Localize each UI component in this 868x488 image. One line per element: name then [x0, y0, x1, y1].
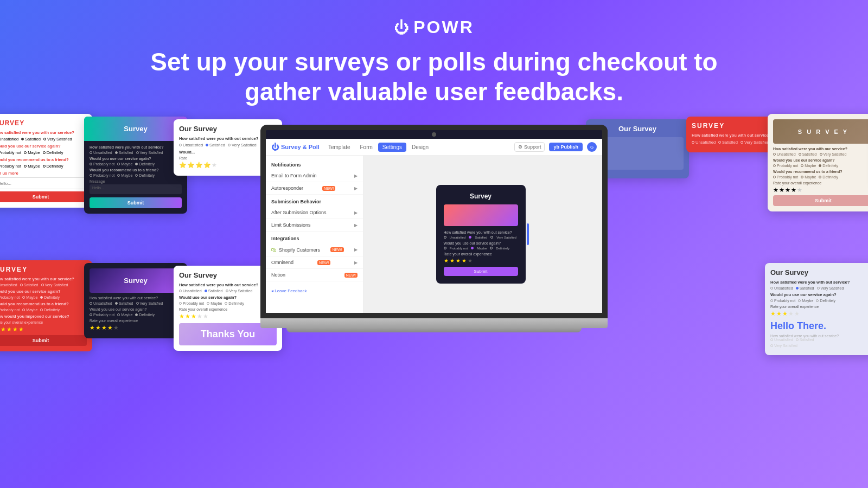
email-admin-arrow: ▶ — [354, 174, 358, 178]
br-rate: Rate your overall experience — [770, 305, 868, 309]
omnisend-badge: NEW! — [317, 260, 330, 265]
dark-q1: How satisfied were you with out service? — [90, 145, 182, 149]
beige-opts1: Unsatisfied Satisfied Very Satisfied — [773, 152, 868, 156]
thanks-text: Thanks You — [201, 329, 255, 339]
preview-q2: Would you use our service again? — [444, 241, 518, 245]
bottom-left-red-card: SURVEY How satisfied were you with our s… — [0, 260, 92, 351]
dark2-stars: ★ ★ ★ ★ ★ — [90, 324, 182, 331]
tab-template[interactable]: Template — [324, 143, 355, 152]
beige-opts3: Probably not Maybe Definitely — [773, 175, 868, 179]
preview-title: Survey — [444, 192, 518, 200]
dark2-header: Survey — [90, 268, 182, 293]
laptop-foot — [286, 328, 582, 332]
beige-q1: How satisfied were you with our service? — [773, 147, 868, 151]
tell-us-more-input[interactable] — [0, 177, 87, 189]
dark2-q2: Would you use our service again? — [90, 307, 182, 311]
preview-stars: ★ ★ ★ ★ ★ — [444, 258, 518, 264]
dark-q1-opts: Unsatisfied Satisfied Very Satisfied — [90, 151, 182, 155]
headline: Set up your surveys or polls during chec… — [136, 47, 732, 107]
dark2-opts2: Probably not Maybe Definitely — [90, 313, 182, 317]
star2: ⭐ — [187, 162, 195, 169]
star5: ★ — [212, 162, 217, 169]
submit-button[interactable]: Submit — [0, 191, 87, 202]
r3 — [490, 236, 493, 239]
avatar: G — [587, 142, 597, 152]
brand-icon: ⏻ — [394, 18, 409, 36]
bl-q1: How satisfied were you with our service? — [0, 277, 87, 281]
radio-definitely — [43, 151, 46, 154]
preview-q2-opts: Probably not Maybe Definitely — [444, 247, 518, 250]
dark-q3: Would you recommend us to a friend? — [90, 168, 182, 172]
bl-submit[interactable]: Submit — [0, 335, 87, 346]
q3-options: Probably not Maybe Definitely — [0, 164, 87, 169]
limit-submissions-arrow: ▶ — [354, 223, 358, 228]
dark-q2-opts: Probably not Maybe Definitely — [90, 162, 182, 166]
app-sidebar: Notifications Email to Form Admin ▶ Auto… — [266, 156, 363, 313]
bl-q4: How would you improved our service? — [0, 314, 87, 319]
radio-very-satisfied — [43, 138, 46, 140]
q3: Would you recommend us to a friend? — [0, 157, 87, 162]
bottom-right-lavender-card: Our Survey How satisfied were you with o… — [765, 263, 868, 355]
email-admin-label: Email to Form Admin — [271, 173, 317, 178]
r1 — [444, 236, 446, 239]
br-faded-opts2: Very Satisfied — [770, 344, 868, 348]
tab-settings[interactable]: Settings — [378, 143, 406, 152]
beige-survey-label: S U R V E Y — [798, 129, 848, 135]
bl-rate: Rate your overall experience — [0, 320, 87, 324]
bl-q2: Would you use our service again? — [0, 289, 87, 294]
ps4: ★ — [462, 258, 467, 264]
leave-feedback[interactable]: ◂ Leave Feedback — [266, 284, 363, 298]
support-button[interactable]: ⚙ Support — [514, 142, 545, 152]
shopify-icon: 🛍 — [271, 247, 277, 253]
beige-q2: Would you use our service again? — [773, 158, 868, 162]
notion-item[interactable]: Notion NEW! — [266, 269, 363, 281]
br-q1: How satisfied were you with out service? — [770, 280, 868, 285]
submission-header: Submission Behavior — [266, 197, 363, 207]
header: ⏻ POWR Set up your surveys or polls duri… — [0, 0, 868, 107]
beige-submit[interactable]: Submit — [773, 195, 868, 206]
beige-header: S U R V E Y — [773, 119, 868, 144]
q1: How satisfied were you with our service? — [0, 130, 87, 135]
dark-submit-button[interactable]: Submit — [90, 197, 182, 208]
preview-q1-opts: Unsatisfied Satisfied Very Satisfied — [444, 236, 518, 239]
autoresponder-label: Autoresponder — [271, 185, 303, 191]
br-opts1: Unsatisfied Satisfied Very Satisfied — [770, 286, 868, 290]
br-title: Our Survey — [770, 268, 868, 277]
shopify-label-group: 🛍 Shopify Customers — [271, 247, 320, 253]
email-admin-item[interactable]: Email to Form Admin ▶ — [266, 170, 363, 182]
dark2-q1: How satisfied were you with out service? — [90, 296, 182, 300]
limit-submissions-item[interactable]: Limit Submissions ▶ — [266, 219, 363, 232]
laptop-screen: ⏻ Survey & Poll Template Form Settings D… — [260, 125, 608, 318]
laptop-base — [260, 318, 608, 328]
app-content: Survey How satisfied were you with out s… — [363, 156, 602, 313]
r5 — [471, 247, 474, 249]
shopify-item[interactable]: 🛍 Shopify Customers NEW! ▶ — [266, 243, 363, 256]
omnisend-item[interactable]: Omnisend NEW! ▶ — [266, 256, 363, 269]
after-submission-label: After Submission Options — [271, 210, 327, 215]
tab-design[interactable]: Design — [407, 143, 433, 152]
after-submission-item[interactable]: After Submission Options ▶ — [266, 207, 363, 219]
bl-opts3: Probably not Maybe Definitely — [0, 308, 87, 312]
shopify-label: Shopify Customers — [279, 247, 320, 253]
beige-q3: Would you recommend us to a friend? — [773, 170, 868, 174]
bl-opts1: Unsatisfied Satisfied Very Satisfied — [0, 283, 87, 287]
app-tabs: Template Form Settings Design — [324, 143, 510, 152]
dark2-rate: Rate your overall experience — [90, 319, 182, 323]
app-logo-icon: ⏻ — [271, 143, 279, 151]
after-submission-arrow: ▶ — [354, 210, 358, 215]
app-scrollbar[interactable] — [526, 222, 530, 246]
autoresponder-item[interactable]: Autoresponder NEW! ▶ — [266, 182, 363, 195]
scrollbar-thumb — [527, 223, 529, 245]
bl-stars: ★ ★ ★ ★ ★ — [0, 326, 87, 333]
bottom-dark-card: Survey How satisfied were you with out s… — [84, 263, 187, 338]
preview-q1: How satisfied were you with out service? — [444, 230, 518, 234]
dark-q2: Would you use our service again? — [90, 157, 182, 160]
tab-form[interactable]: Form — [356, 143, 377, 152]
brand-name: POWR — [413, 17, 474, 37]
publish-button[interactable]: yb Publish — [549, 143, 583, 151]
ps2: ★ — [450, 258, 455, 264]
brand: ⏻ POWR — [0, 17, 868, 37]
omnisend-label: Omnisend — [271, 260, 293, 265]
opt1: Unsatisfied — [0, 137, 18, 142]
preview-submit[interactable]: Submit — [444, 267, 518, 276]
